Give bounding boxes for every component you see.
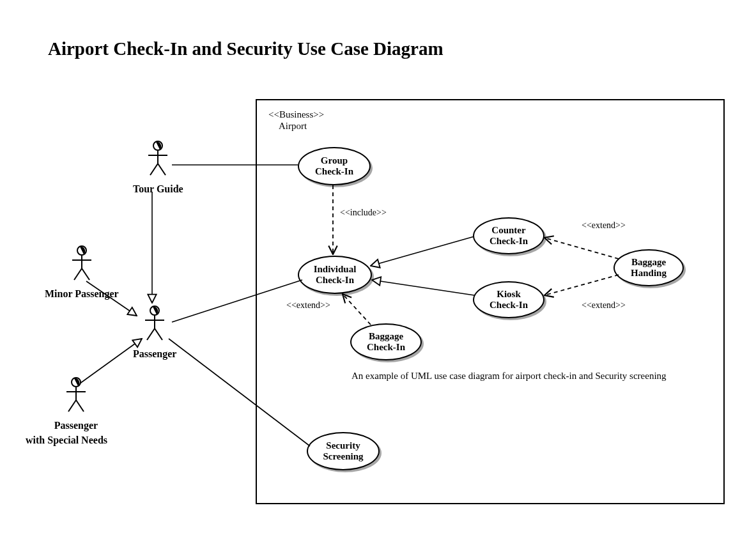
- svg-line-19: [76, 400, 84, 412]
- usecase-baggage-handing: BaggageHanding: [613, 249, 684, 286]
- system-stereotype: <<Business>>: [268, 109, 324, 120]
- diagram-caption: An example of UML use case diagram for a…: [351, 371, 667, 382]
- stick-figure-icon: [57, 376, 95, 414]
- usecase-individual-check-in: IndividualCheck-In: [298, 256, 372, 294]
- usecase-security-screening: SecurityScreening: [307, 432, 380, 470]
- actor-tour-guide: Tour Guide: [133, 139, 183, 195]
- rel-label-extend-bag: <<extend>>: [286, 300, 330, 311]
- svg-line-3: [150, 164, 158, 175]
- svg-line-4: [158, 164, 166, 175]
- rel-label-include: <<include>>: [340, 208, 387, 218]
- svg-line-18: [68, 400, 76, 412]
- system-name: Airport: [279, 120, 307, 132]
- diagram-title: Airport Check-In and Security Use Case D…: [48, 38, 444, 59]
- rel-label-extend-counter: <<extend>>: [582, 220, 626, 231]
- svg-line-14: [155, 328, 162, 340]
- usecase-group-check-in: GroupCheck-In: [298, 147, 371, 185]
- actor-passenger-label: Passenger: [133, 348, 176, 360]
- rel-label-extend-kiosk: <<extend>>: [582, 300, 626, 311]
- stick-figure-icon: [135, 304, 174, 343]
- usecase-counter-check-in: CounterCheck-In: [473, 217, 544, 254]
- usecase-kiosk-check-in: KioskCheck-In: [473, 281, 544, 318]
- svg-line-13: [147, 328, 155, 340]
- usecase-baggage-check-in: BaggageCheck-In: [350, 323, 422, 360]
- actor-passenger-special-label1: Passenger: [45, 419, 107, 431]
- actor-passenger-special-label2: with Special Needs: [26, 434, 107, 446]
- actor-minor-passenger-label: Minor Passenger: [45, 288, 119, 300]
- svg-line-8: [74, 268, 82, 280]
- stick-figure-icon: [139, 139, 177, 178]
- actor-passenger-special: Passenger with Special Needs: [45, 376, 107, 446]
- actor-minor-passenger: Minor Passenger: [45, 244, 119, 300]
- svg-line-9: [82, 268, 89, 280]
- stick-figure-icon: [63, 244, 101, 282]
- actor-passenger: Passenger: [133, 304, 176, 360]
- actor-tour-guide-label: Tour Guide: [133, 183, 183, 195]
